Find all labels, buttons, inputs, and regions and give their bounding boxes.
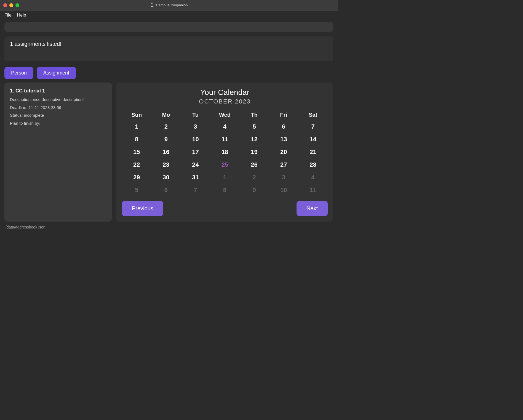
cal-header-th: Th [239,110,269,120]
menu-bar: File Help [0,10,338,20]
search-area [0,20,338,34]
cal-day[interactable]: 28 [298,158,328,171]
cal-day-other: 9 [239,184,269,196]
menu-help[interactable]: Help [17,13,26,18]
cal-header-fri: Fri [269,110,298,120]
assignment-name: CC tutorial 1 [15,88,45,94]
cal-header-sun: Sun [122,110,151,120]
cal-day-other: 5 [122,184,151,196]
title-bar: 🗓 CampusCompanion [0,0,338,10]
assignment-plan: Plan to finish by: [10,120,106,127]
cal-day[interactable]: 27 [269,158,298,171]
window-controls [3,3,19,7]
cal-day[interactable]: 23 [151,158,181,171]
cal-day-other: 10 [269,184,298,196]
cal-day[interactable]: 31 [181,171,210,184]
cal-day[interactable]: 8 [122,133,151,146]
cal-day[interactable]: 24 [181,158,210,171]
cal-day[interactable]: 18 [210,146,240,158]
footer-path: ./data/addressbook.json [4,225,46,229]
main-content: 1. CC tutorial 1 Description: nice descr… [0,83,338,222]
cal-day[interactable]: 30 [151,171,181,184]
cal-day[interactable]: 14 [298,133,328,146]
menu-file[interactable]: File [4,13,12,18]
cal-day[interactable]: 17 [181,146,210,158]
cal-day[interactable]: 2 [151,120,181,133]
cal-day[interactable]: 19 [239,146,269,158]
cal-day[interactable]: 11 [210,133,240,146]
cal-day-other: 11 [298,184,328,196]
cal-day-other: 4 [298,171,328,184]
cal-day-other: 6 [151,184,181,196]
person-button[interactable]: Person [4,67,33,79]
close-button[interactable] [3,3,7,7]
assignment-deadline: Deadline: 11-11-2023 23:59 [10,105,106,111]
assignment-button[interactable]: Assignment [37,67,76,79]
cal-day[interactable]: 7 [298,120,328,133]
buttons-row: Person Assignment [0,63,338,83]
cal-day[interactable]: 20 [269,146,298,158]
cal-day[interactable]: 13 [269,133,298,146]
status-message: 1 assignments listed! [10,41,62,47]
search-bar[interactable] [4,22,333,32]
cal-day[interactable]: 15 [122,146,151,158]
cal-day[interactable]: 12 [239,133,269,146]
cal-day[interactable]: 6 [269,120,298,133]
previous-button[interactable]: Previous [122,201,163,216]
cal-header-mo: Mo [151,110,181,120]
cal-day-other: 8 [210,184,240,196]
cal-day[interactable]: 1 [122,120,151,133]
maximize-button[interactable] [15,3,19,7]
app-title: CampusCompanion [156,3,188,7]
app-icon: 🗓 [150,3,154,8]
assignment-number: 1. [10,88,14,94]
cal-header-tu: Tu [181,110,210,120]
cal-day[interactable]: 4 [210,120,240,133]
cal-day[interactable]: 26 [239,158,269,171]
assignment-card: 1. CC tutorial 1 Description: nice descr… [4,83,112,222]
cal-day-other: 3 [269,171,298,184]
calendar-nav: Previous Next [122,201,328,216]
cal-header-wed: Wed [210,110,240,120]
calendar-title: Your Calendar [122,88,328,97]
minimize-button[interactable] [9,3,13,7]
assignment-title: 1. CC tutorial 1 [10,88,106,94]
cal-day[interactable]: 22 [122,158,151,171]
footer: ./data/addressbook.json [0,222,338,233]
cal-day[interactable]: 21 [298,146,328,158]
cal-day-other: 1 [210,171,240,184]
status-area: 1 assignments listed! [4,36,333,61]
cal-day-other: 2 [239,171,269,184]
cal-day[interactable]: 29 [122,171,151,184]
assignment-status: Status: incomplete [10,112,106,119]
cal-header-sat: Sat [298,110,328,120]
window-title: 🗓 CampusCompanion [150,3,188,8]
assignment-description: Description: nice descriptive descriptio… [10,97,106,103]
next-button[interactable]: Next [297,201,328,216]
cal-day[interactable]: 3 [181,120,210,133]
calendar-month: OCTOBER 2023 [122,98,328,105]
calendar-grid: Sun Mo Tu Wed Th Fri Sat 1 2 3 4 5 6 7 8… [122,110,328,196]
cal-day[interactable]: 10 [181,133,210,146]
cal-day-other: 7 [181,184,210,196]
calendar-container: Your Calendar OCTOBER 2023 Sun Mo Tu Wed… [116,83,333,222]
cal-day[interactable]: 9 [151,133,181,146]
cal-day-today[interactable]: 25 [210,158,240,171]
cal-day[interactable]: 16 [151,146,181,158]
cal-day[interactable]: 5 [239,120,269,133]
